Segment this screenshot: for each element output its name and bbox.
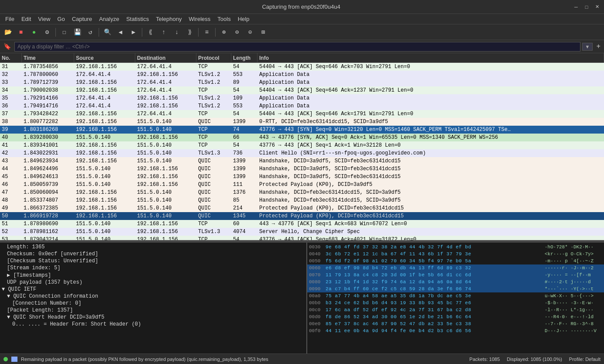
stop-button[interactable]: ■ [15, 26, 27, 38]
table-row[interactable]: 481.853374807192.168.1.156151.5.0.140QUI… [0, 196, 604, 204]
save-button[interactable]: 💾 [71, 26, 83, 38]
menu-item-statistics[interactable]: Statistics [123, 15, 152, 23]
menu-item-wireless[interactable]: Wireless [185, 15, 214, 23]
reload-button[interactable]: ↺ [84, 26, 96, 38]
menu-item-help[interactable]: Help [234, 15, 253, 23]
zoom-out-button[interactable]: ⊖ [231, 26, 243, 38]
detail-line[interactable]: ▼ QUIC Connection information [0, 293, 306, 300]
detail-line[interactable]: Length: 1365 [0, 244, 306, 251]
packet-list-header: No. Time Source Destination Protocol Len… [0, 53, 604, 63]
table-row[interactable]: 501.866919728192.168.1.156151.5.0.140QUI… [0, 212, 604, 220]
options-button[interactable]: ⚙ [41, 26, 53, 38]
menu-item-go[interactable]: Go [54, 15, 68, 23]
table-row[interactable]: 321.787800060172.64.41.4192.168.1.156TLS… [0, 71, 604, 79]
minimize-button[interactable]: ─ [573, 3, 580, 10]
go-prev-button[interactable]: ↑ [158, 26, 170, 38]
zoom-in-button[interactable]: ⊕ [218, 26, 230, 38]
filter-input[interactable] [14, 42, 580, 52]
zoom-reset-button[interactable]: ⊙ [244, 26, 256, 38]
menu-item-analyze[interactable]: Analyze [96, 15, 123, 23]
table-row[interactable]: 521.878981162151.5.0.140192.168.1.156TLS… [0, 228, 604, 236]
hex-row: 008023 12 1b f4 1d 32 f9 74 6a 12 da 94 … [307, 278, 604, 285]
add-filter-button[interactable]: + [594, 43, 602, 51]
close-button[interactable]: ✕ [594, 3, 601, 10]
detail-line[interactable]: [Stream index: 5] [0, 264, 306, 271]
sep1 [55, 28, 56, 37]
packets-count: Packets: 1085 [470, 357, 500, 362]
col-protocol[interactable]: Protocol [196, 53, 231, 62]
detail-line[interactable]: ▼ QUIC IETF [0, 286, 306, 293]
table-row[interactable]: 411.839341001192.168.1.156151.5.0.140TCP… [0, 141, 604, 149]
menubar: FileEditViewGoCaptureAnalyzeStatisticsTe… [0, 14, 604, 24]
window-title: Capturing from enp0s20f0u4u4 [30, 3, 573, 10]
col-info[interactable]: Info [257, 53, 604, 62]
next-button[interactable]: ▶ [127, 26, 140, 38]
menu-item-telephony[interactable]: Telephony [152, 15, 185, 23]
packet-rows: 311.787354856192.168.1.156172.64.41.4TCP… [0, 63, 604, 241]
table-row[interactable]: 371.793428422192.168.1.156172.64.41.4TCP… [0, 110, 604, 118]
menu-item-file[interactable]: File [2, 15, 18, 23]
hex-row: 00e085 e7 37 8c ac 46 87 90 52 47 db a2 … [307, 320, 604, 327]
filterbar: 🔖 ▼ + [0, 40, 604, 53]
detail-line[interactable]: UDP payload (1357 bytes) [0, 279, 306, 286]
table-row[interactable]: 451.849624613151.5.0.140192.168.1.156QUI… [0, 173, 604, 181]
table-row[interactable]: 311.787354856192.168.1.156172.64.41.4TCP… [0, 63, 604, 71]
col-length[interactable]: Length [231, 53, 257, 62]
go-next-button[interactable]: ↓ [171, 26, 183, 38]
detail-line[interactable]: ▼ QUIC Short Header DCID=3a9df5 [0, 314, 306, 321]
packet-list: No. Time Source Destination Protocol Len… [0, 53, 604, 241]
table-row[interactable]: 401.839280030151.5.0.140192.168.1.156TCP… [0, 134, 604, 141]
detail-line[interactable]: [Checksum Status: Unverified] [0, 258, 306, 264]
table-row[interactable]: 441.849624496151.5.0.140192.168.1.156QUI… [0, 165, 604, 173]
open-button[interactable]: 📂 [2, 26, 14, 38]
close-file-button[interactable]: ☐ [58, 26, 70, 38]
table-row[interactable]: 471.850060094192.168.1.156151.5.0.140QUI… [0, 189, 604, 196]
table-row[interactable]: 431.849623934192.168.1.156151.5.0.140QUI… [0, 157, 604, 165]
col-time[interactable]: Time [22, 53, 74, 62]
hex-row: 00309e 68 4f fd 37 32 38 2a e8 44 4b 32 … [307, 244, 604, 251]
menu-item-view[interactable]: View [34, 15, 54, 23]
detail-line[interactable]: 0... .... = Header Form: Short Header (0… [0, 321, 306, 328]
maximize-button[interactable]: □ [583, 3, 590, 10]
go-last-button[interactable]: ⟫ [184, 26, 196, 38]
colorize-button[interactable]: ≡ [201, 26, 213, 38]
sep2 [99, 28, 99, 37]
menu-item-capture[interactable]: Capture [69, 15, 96, 23]
menu-item-edit[interactable]: Edit [18, 15, 34, 23]
table-row[interactable]: 461.850059739151.5.0.140192.168.1.156QUI… [0, 181, 604, 189]
profile-label: Profile: Default [569, 357, 601, 362]
detail-line[interactable]: [Connection Number: 0] [0, 300, 306, 307]
filter-dropdown-button[interactable]: ▼ [582, 43, 593, 51]
col-no[interactable]: No. [0, 53, 22, 62]
bookmark-icon[interactable]: 🔖 [2, 42, 13, 51]
table-row[interactable]: 491.866372385192.168.1.156151.5.0.140QUI… [0, 204, 604, 212]
shark-icon [11, 357, 17, 362]
col-destination[interactable]: Destination [135, 53, 196, 62]
table-row[interactable]: 341.790002038192.168.1.156172.64.41.4TCP… [0, 86, 604, 94]
window-controls: ─ □ ✕ [573, 3, 601, 10]
hex-row: 0060e6 d8 ef 90 8d b4 72 eb db 4a 13 ff … [307, 264, 604, 271]
toolbar: 📂 ■ ● ⚙ ☐ 💾 ↺ 🔍 ◀ ▶ ⟪ ↑ ↓ ⟫ ≡ ⊕ ⊖ ⊙ ⊞ [0, 24, 604, 40]
hex-row: 00403c 6b 72 e1 12 1c ba 67 4f 11 43 6b … [307, 251, 604, 258]
table-row[interactable]: 531.879043214151.5.0.140192.168.1.156TCP… [0, 236, 604, 241]
table-row[interactable]: 361.794914716172.64.41.4192.168.1.156TLS… [0, 102, 604, 110]
col-source[interactable]: Source [74, 53, 135, 62]
table-row[interactable]: 421.843022931192.168.1.156151.5.0.140TLS… [0, 149, 604, 157]
go-first-button[interactable]: ⟪ [144, 26, 157, 38]
hex-row: 00b0b3 24 ce 62 bd b6 d4 93 19 33 8b 93 … [307, 299, 604, 306]
table-row[interactable]: 511.878980690151.5.0.140192.168.1.156TCP… [0, 220, 604, 228]
find-button[interactable]: 🔍 [101, 26, 113, 38]
start-button[interactable]: ● [28, 26, 40, 38]
table-row[interactable]: 381.800772282192.168.1.156151.5.0.140QUI… [0, 118, 604, 126]
table-row[interactable]: 351.792914166172.64.41.4192.168.1.156TLS… [0, 94, 604, 102]
detail-line[interactable]: [Packet Length: 1357] [0, 307, 306, 314]
menu-item-tools[interactable]: Tools [214, 15, 234, 23]
table-row[interactable]: 391.803186268192.168.1.156151.5.0.140TCP… [0, 126, 604, 134]
titlebar: Capturing from enp0s20f0u4u4 ─ □ ✕ [0, 0, 604, 14]
detail-line[interactable]: Checksum: 0x0ecf [unverified] [0, 251, 306, 258]
detail-line[interactable]: ▶ [Timestamps] [0, 271, 306, 279]
prev-button[interactable]: ◀ [114, 26, 127, 38]
hex-row: 00f044 11 ee 0b 4a 9d 94 f4 fe 0e b4 d2 … [307, 327, 604, 334]
resize-columns-button[interactable]: ⊞ [257, 26, 269, 38]
table-row[interactable]: 331.789712739192.168.1.156172.64.41.4TLS… [0, 79, 604, 86]
